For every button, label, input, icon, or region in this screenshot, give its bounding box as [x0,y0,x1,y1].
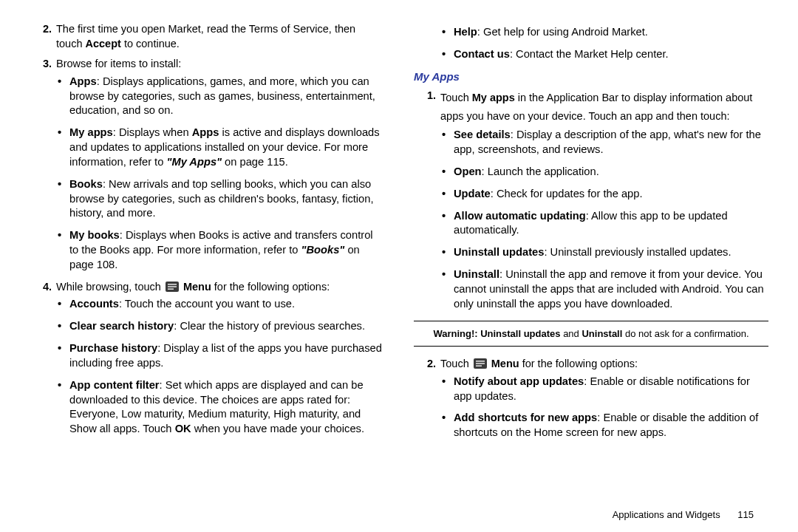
my-apps-step-2: 2. Touch Menu for the following options:… [414,357,768,440]
list-item: Uninstall updates: Uninstall previously … [440,245,768,260]
step-4: 4. While browsing, touch Menu for the fo… [30,280,384,437]
step-number: 1. [414,89,436,103]
step-3: 3. Browse for items to install: Apps: Di… [30,57,384,273]
menu-icon [166,282,179,292]
menu-icon [474,358,487,369]
manual-page: 2. The first time you open Market, read … [0,0,798,532]
step-number: 2. [30,22,52,37]
right-top-bullets: Help: Get help for using Android Market.… [440,25,768,62]
warning-box: Warning!: Uninstall updates and Uninstal… [414,321,768,347]
list-item: Contact us: Contact the Market Help cent… [440,47,768,62]
list-item: App content filter: Set which apps are d… [56,378,384,437]
list-item: See details: Display a description of th… [440,128,768,157]
list-item: Uninstall: Uninstall the app and remove … [440,267,768,312]
svg-rect-1 [168,284,177,285]
step-2: 2. The first time you open Market, read … [30,22,384,51]
step-4-bullets: Accounts: Touch the account you want to … [56,297,384,437]
list-item: Allow automatic updating: Allow this app… [440,209,768,239]
svg-rect-3 [168,288,174,290]
footer-section: Applications and Widgets [613,509,720,520]
list-item: Clear search history: Clear the history … [56,319,384,334]
list-item: Apps: Displays applications, games, and … [56,75,384,119]
svg-rect-5 [476,361,485,362]
right-ordered-list-2: 2. Touch Menu for the following options:… [414,357,768,440]
step-body: Touch My apps in the Application Bar to … [440,92,752,122]
step-3-bullets: Apps: Displays applications, games, and … [56,75,384,273]
step-number: 3. [30,57,52,72]
list-item: My apps: Displays when Apps is active an… [56,126,384,170]
list-item: Update: Check for updates for the app. [440,187,768,202]
left-column: 2. The first time you open Market, read … [30,22,399,517]
section-heading-my-apps: My Apps [414,69,768,84]
step-number: 2. [414,357,436,372]
step-body-pre: Touch [440,358,472,369]
list-item: Open: Launch the application. [440,165,768,180]
menu-label: Menu [183,281,211,293]
step-body-pre: While browsing, touch [56,281,164,293]
step-body-post: for the following options: [522,358,638,369]
right-column: Help: Get help for using Android Market.… [399,22,768,517]
list-item: Help: Get help for using Android Market. [440,25,768,40]
list-item: Books: New arrivals and top selling book… [56,177,384,222]
list-item: Add shortcuts for new apps: Enable or di… [440,411,768,440]
svg-rect-2 [168,286,177,287]
list-item: My books: Displays when Books is active … [56,228,384,273]
my-apps-step-1: 1. Touch My apps in the Application Bar … [414,89,768,312]
step-body: Browse for items to install: [56,58,181,69]
svg-rect-7 [476,366,482,367]
list-item: Notify about app updates: Enable or disa… [440,375,768,404]
my-apps-step-1-bullets: See details: Display a description of th… [440,128,768,311]
step-number: 4. [30,280,52,295]
list-item: Purchase history: Display a list of the … [56,341,384,371]
menu-label: Menu [491,358,519,369]
right-ordered-list: 1. Touch My apps in the Application Bar … [414,89,768,312]
my-apps-step-2-bullets: Notify about app updates: Enable or disa… [440,375,768,440]
footer-page-number: 115 [737,509,754,520]
step-body-post: for the following options: [214,281,330,293]
svg-rect-6 [476,363,485,364]
step-body: The first time you open Market, read the… [56,23,355,50]
page-footer: Applications and Widgets 115 [613,508,754,522]
left-ordered-list: 2. The first time you open Market, read … [30,22,384,437]
list-item: Accounts: Touch the account you want to … [56,297,384,312]
